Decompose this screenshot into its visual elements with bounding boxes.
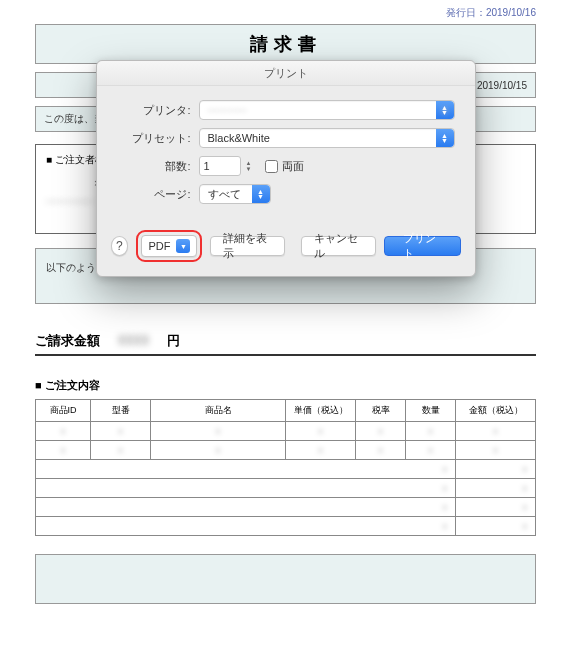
print-button[interactable]: プリント xyxy=(384,236,461,256)
printer-select[interactable]: ───── ▲▼ xyxy=(199,100,455,120)
amount-label: ご請求金額 xyxy=(35,332,100,350)
cancel-button[interactable]: キャンセル xyxy=(301,236,376,256)
th-price: 単価（税込） xyxy=(286,400,356,422)
chevron-updown-icon: ▲▼ xyxy=(436,129,454,147)
th-name: 商品名 xyxy=(151,400,286,422)
table-row: xxxxxxx xyxy=(36,422,536,441)
chevron-updown-icon: ▲▼ xyxy=(252,185,270,203)
copies-input[interactable]: 1 xyxy=(199,156,241,176)
printer-label: プリンタ: xyxy=(107,103,199,118)
table-row: xx xyxy=(36,498,536,517)
help-button[interactable]: ? xyxy=(111,236,129,256)
th-tax: 税率 xyxy=(356,400,406,422)
preset-select[interactable]: Black&White ▲▼ xyxy=(199,128,455,148)
chevron-down-icon: ▼ xyxy=(176,239,190,253)
table-row: xx xyxy=(36,479,536,498)
preset-label: プリセット: xyxy=(107,131,199,146)
preset-value: Black&White xyxy=(208,132,270,144)
table-row: xxxxxxx xyxy=(36,441,536,460)
pages-select[interactable]: すべて ▲▼ xyxy=(199,184,271,204)
chevron-updown-icon: ▲▼ xyxy=(436,101,454,119)
amount-unit: 円 xyxy=(167,332,180,350)
help-icon: ? xyxy=(116,239,123,253)
pdf-label: PDF xyxy=(148,240,170,252)
issue-date: 発行日：2019/10/16 xyxy=(35,0,536,24)
dialog-title: プリント xyxy=(97,61,475,86)
th-qty: 数量 xyxy=(406,400,456,422)
pages-value: すべて xyxy=(208,187,241,202)
table-row: xx xyxy=(36,517,536,536)
table-header-row: 商品ID 型番 商品名 単価（税込） 税率 数量 金額（税込） xyxy=(36,400,536,422)
duplex-checkbox[interactable] xyxy=(265,160,278,173)
amount-row: ご請求金額 0000 円 xyxy=(35,332,536,356)
duplex-label: 両面 xyxy=(282,159,304,174)
copies-stepper[interactable]: ▲▼ xyxy=(243,156,255,176)
th-model: 型番 xyxy=(91,400,151,422)
amount-value: 0000 xyxy=(118,332,149,348)
copies-label: 部数: xyxy=(107,159,199,174)
table-row: xx xyxy=(36,460,536,479)
order-table: 商品ID 型番 商品名 単価（税込） 税率 数量 金額（税込） xxxxxxx … xyxy=(35,399,536,536)
show-details-button[interactable]: 詳細を表示 xyxy=(210,236,285,256)
document-title: 請求書 xyxy=(35,24,536,64)
pages-label: ページ: xyxy=(107,187,199,202)
pdf-highlight: PDF ▼ xyxy=(136,230,202,262)
order-title: ■ ご注文内容 xyxy=(35,378,536,393)
th-amount: 金額（税込） xyxy=(456,400,536,422)
footer-box xyxy=(35,554,536,604)
print-dialog: プリント プリンタ: ───── ▲▼ プリセット: Black&White ▲… xyxy=(96,60,476,277)
th-id: 商品ID xyxy=(36,400,91,422)
date-right: 2019/10/15 xyxy=(477,80,527,91)
pdf-menu-button[interactable]: PDF ▼ xyxy=(141,235,197,257)
